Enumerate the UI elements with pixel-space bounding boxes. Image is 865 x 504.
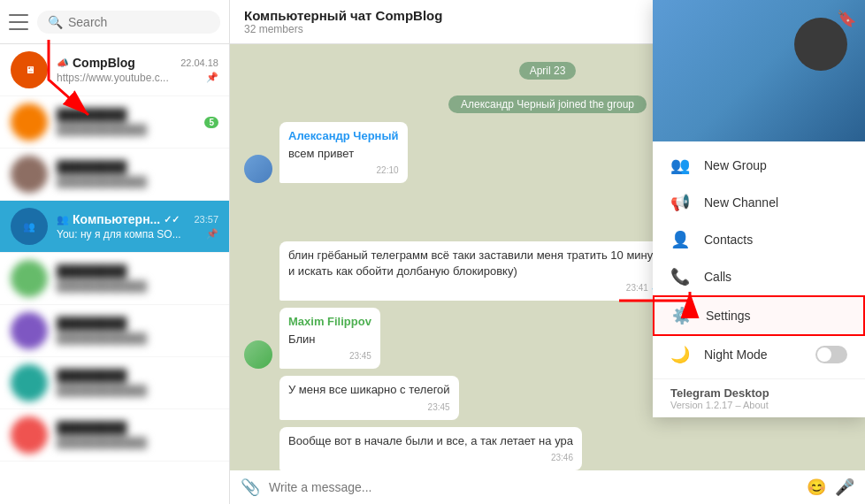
chat-name: ████████	[57, 108, 204, 122]
avatar	[11, 260, 48, 297]
message-bubble: блин грёбаный телеграмм всё таки застави…	[279, 241, 674, 301]
chat-info: 📣 CompBlog https://www.youtube.c...	[57, 56, 180, 84]
pin-icon: 📌	[206, 72, 218, 83]
chat-info: ████████ ████████████	[57, 369, 218, 397]
megaphone-icon: 📣	[57, 57, 69, 69]
chat-info: ████████ ████████████	[57, 421, 218, 449]
menu-item-contacts[interactable]: 👤 Contacts	[653, 221, 865, 258]
avatar	[11, 312, 48, 349]
chat-item-compblog[interactable]: 🖥 📣 CompBlog https://www.youtube.c... 22…	[0, 44, 229, 96]
message-bubble: У меня все шикарно с телегой 23:45	[279, 376, 459, 419]
chat-preview: ████████████	[57, 280, 218, 293]
avatar	[11, 103, 48, 141]
bookmark-icon: 🔖	[837, 9, 856, 28]
chat-name: ████████	[57, 369, 218, 383]
menu-item-new-channel[interactable]: 📢 New Channel	[653, 184, 865, 221]
chat-info: ████████ ████████████	[57, 317, 218, 345]
chat-preview: https://www.youtube.c...	[57, 72, 180, 84]
message-text: Вообще вот в начале были и все, а так ле…	[288, 433, 573, 449]
attachment-icon[interactable]: 📎	[241, 477, 260, 497]
message-bubble: Maxim Filippov Блин 23:45	[279, 308, 380, 369]
chat-name: ████████	[57, 264, 218, 279]
sender-name: Александр Черный	[288, 128, 399, 144]
chat-preview: ████████████	[57, 124, 204, 136]
menu-item-calls[interactable]: 📞 Calls	[653, 258, 865, 295]
menu-item-new-group[interactable]: 👥 New Group	[653, 147, 865, 184]
chat-item-3[interactable]: ████████ ████████████	[0, 149, 229, 201]
chat-preview: ████████████	[57, 437, 218, 449]
chat-item-kompyuter[interactable]: 👥 👥 Компьютерн... ✓✓ You: ну я для компа…	[0, 201, 229, 253]
menu-label: Calls	[704, 270, 847, 284]
menu-items: 👥 New Group 📢 New Channel 👤 Contacts 📞 C…	[653, 141, 865, 378]
menu-label: Contacts	[704, 233, 847, 247]
menu-item-settings[interactable]: ⚙️ Settings	[653, 295, 865, 336]
message-text: У меня все шикарно с телегой	[288, 382, 450, 398]
sidebar: 🔍 🖥 📣 CompBlog https://www.youtube.c... …	[0, 0, 230, 504]
dropdown-menu: 🔖 👥 New Group 📢 New Channel 👤 Contacts 📞…	[653, 0, 865, 417]
app-name: Telegram Desktop	[670, 386, 847, 400]
chat-info: ████████ ████████████	[57, 264, 218, 293]
message-text: Блин	[288, 332, 371, 347]
system-badge: Александр Черный joined the group	[448, 95, 647, 113]
chat-info: 👥 Компьютерн... ✓✓ You: ну я для компа S…	[57, 212, 194, 241]
search-icon: 🔍	[48, 15, 63, 29]
date-badge: April 23	[519, 62, 577, 80]
avatar: 🖥	[11, 51, 48, 88]
avatar	[244, 340, 272, 369]
chat-meta: 5	[204, 117, 218, 128]
chat-time: 23:57	[194, 214, 218, 225]
message-time: 23:45	[288, 350, 371, 363]
avatar	[244, 155, 272, 183]
message-bubble: Александр Черный всем привет 22:10	[279, 122, 408, 183]
unread-badge: 5	[204, 117, 218, 128]
night-mode-icon: 🌙	[670, 345, 690, 364]
menu-label: Night Mode	[704, 347, 801, 362]
microphone-icon[interactable]: 🎤	[835, 477, 854, 497]
avatar: 👥	[11, 208, 48, 245]
chat-preview: ████████████	[57, 385, 218, 397]
message-time: 23:41 ✓✓	[288, 282, 665, 294]
menu-label: Settings	[706, 309, 846, 323]
emoji-icon[interactable]: 😊	[807, 477, 826, 497]
app-version: Version 1.2.17 – About	[670, 400, 847, 410]
chat-item-7[interactable]: ████████ ████████████	[0, 357, 229, 409]
contacts-icon: 👤	[670, 230, 690, 249]
chat-item-2[interactable]: ████████ ████████████ 5	[0, 96, 229, 149]
chat-info: ████████ ████████████	[57, 160, 218, 188]
avatar	[11, 156, 48, 193]
message-row: Вообще вот в начале были и все, а так ле…	[244, 427, 851, 470]
message-time: 22:10	[288, 164, 399, 177]
message-time: 23:46	[288, 452, 573, 464]
chat-name: 👥 Компьютерн... ✓✓	[57, 212, 194, 226]
search-box[interactable]: 🔍	[37, 11, 220, 34]
chat-input-bar: 📎 😊 🎤	[230, 470, 865, 504]
message-text: блин грёбаный телеграмм всё таки застави…	[288, 248, 665, 279]
chat-preview: You: ну я для компа SO...	[57, 228, 194, 241]
calls-icon: 📞	[670, 267, 690, 286]
channel-icon: 📢	[670, 193, 690, 212]
avatar	[11, 416, 48, 454]
chat-item-5[interactable]: ████████ ████████████	[0, 253, 229, 305]
chat-name: ████████	[57, 160, 218, 174]
menu-label: New Group	[704, 158, 847, 172]
menu-label: New Channel	[704, 195, 847, 210]
hamburger-menu-button[interactable]	[9, 14, 28, 30]
chat-item-6[interactable]: ████████ ████████████	[0, 305, 229, 357]
avatar	[11, 364, 48, 401]
chat-preview: ████████████	[57, 332, 218, 345]
chat-time: 22.04.18	[180, 57, 218, 68]
profile-section: 🔖	[653, 0, 865, 141]
message-input[interactable]	[269, 480, 798, 494]
message-time: 23:45	[288, 401, 450, 414]
sidebar-header: 🔍	[0, 0, 229, 44]
night-mode-toggle[interactable]	[815, 346, 847, 363]
chat-meta: 22.04.18 📌	[180, 57, 218, 83]
message-text: всем привет	[288, 146, 399, 162]
chat-preview: ████████████	[57, 176, 218, 188]
menu-item-night-mode[interactable]: 🌙 Night Mode	[653, 336, 865, 373]
search-input[interactable]	[68, 15, 210, 29]
chat-meta: 23:57 📌	[194, 214, 218, 240]
chat-name: 📣 CompBlog	[57, 56, 180, 70]
check-icon: ✓✓	[164, 214, 180, 225]
chat-item-8[interactable]: ████████ ████████████	[0, 409, 229, 462]
